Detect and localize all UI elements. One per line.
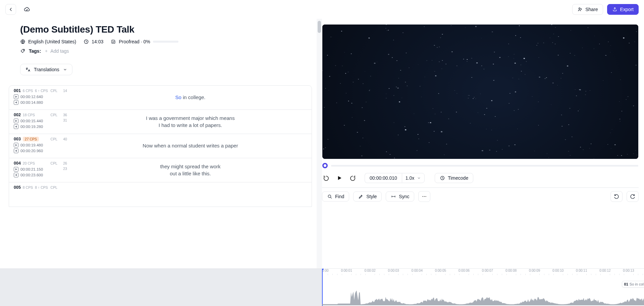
tags-label: Tags:	[29, 48, 41, 54]
arrow-left-icon	[8, 7, 13, 12]
timeline-left-gutter	[0, 269, 322, 306]
svg-point-0	[579, 8, 580, 9]
share-label: Share	[585, 7, 598, 12]
plus-icon	[44, 49, 48, 53]
editor-panel: (Demo Subtitles) TED Talk English (Unite…	[0, 19, 322, 306]
subtitle-index: 003	[14, 137, 21, 141]
tc-in[interactable]: 00:00:15.440	[14, 119, 57, 123]
redo-button[interactable]	[627, 191, 639, 202]
forward-icon	[350, 175, 356, 181]
language-chip[interactable]: English (United States)	[20, 39, 76, 44]
timeline-ruler: 0:00:000:00:010:00:020:00:030:00:040:00:…	[322, 269, 644, 279]
subtitle-row[interactable]: 00218 CPSCPL00:00:15.44000:00:19.2803631…	[9, 110, 312, 134]
add-tags-button[interactable]: Add tags	[44, 48, 69, 54]
subtitle-index: 004	[14, 161, 21, 166]
svg-point-8	[426, 196, 426, 197]
translations-button[interactable]: Translations	[20, 64, 72, 75]
tc-out[interactable]: 00:00:14.880	[14, 100, 57, 105]
tag-icon	[20, 48, 25, 54]
undo-button[interactable]	[610, 191, 623, 202]
play-icon	[336, 175, 343, 181]
subtitle-row[interactable]: 00327 CPSCPL00:00:19.48000:00:20.96040No…	[9, 134, 312, 158]
export-icon	[612, 7, 618, 12]
export-button[interactable]: Export	[607, 4, 639, 15]
proofread-chip[interactable]: Proofread · 0%	[111, 39, 178, 44]
tc-out[interactable]: 00:00:20.960	[14, 148, 57, 153]
style-button[interactable]: Style	[353, 191, 382, 202]
sync-button[interactable]: Sync	[386, 191, 414, 202]
find-button[interactable]: Find	[322, 191, 349, 202]
subtitle-text[interactable]	[69, 182, 312, 207]
scrub-track[interactable]	[331, 165, 638, 167]
scrub-handle[interactable]	[322, 163, 328, 168]
clock-icon	[84, 39, 89, 44]
subtitle-text[interactable]: Now when a normal student writes a paper	[69, 134, 312, 158]
tc-in[interactable]: 00:00:21.150	[14, 167, 57, 172]
player-controls: 00:00:00.010 1.0x Timecode	[322, 173, 638, 187]
forward-button[interactable]	[349, 174, 357, 182]
segment-chip[interactable]: 01So in col	[622, 281, 644, 288]
tool-row: Find Style Sync	[322, 188, 639, 205]
translate-icon	[25, 67, 31, 72]
svg-point-7	[424, 196, 425, 197]
more-button[interactable]	[418, 191, 430, 202]
undo-icon	[613, 193, 620, 200]
page-title: (Demo Subtitles) TED Talk	[20, 24, 302, 35]
speed-select[interactable]: 1.0x	[402, 173, 425, 183]
timeline[interactable]: 0:00:000:00:010:00:020:00:030:00:040:00:…	[0, 268, 644, 306]
cps-warning-badge: 27 CPS	[23, 137, 39, 141]
play-button[interactable]	[336, 174, 343, 182]
clock-icon	[440, 175, 445, 181]
topbar: Share Export	[0, 0, 644, 19]
svg-point-3	[23, 50, 24, 51]
back-button[interactable]	[5, 4, 16, 15]
subtitle-text[interactable]: I was a government major which meansI ha…	[69, 110, 312, 134]
globe-icon	[20, 39, 25, 44]
video-scrubber[interactable]	[322, 163, 638, 168]
sync-icon	[391, 194, 396, 199]
svg-point-5	[328, 195, 331, 198]
tc-out[interactable]: 00:00:23.600	[14, 173, 57, 177]
proofread-progress	[153, 41, 178, 43]
video-preview[interactable]	[322, 25, 638, 159]
chevron-down-icon	[63, 67, 67, 72]
timecode-mode-button[interactable]: Timecode	[435, 173, 473, 183]
tc-in[interactable]: 00:00:12.640	[14, 94, 57, 99]
tc-in[interactable]: 00:00:19.480	[14, 143, 57, 147]
waveform	[322, 282, 644, 306]
tags-row: Tags: Add tags	[20, 48, 302, 54]
duration-chip: 14:03	[84, 39, 103, 44]
subtitle-index: 001	[14, 88, 21, 93]
subtitle-text[interactable]: they might spread the workout a little l…	[69, 158, 312, 182]
svg-point-6	[423, 196, 423, 197]
cloud-check-icon	[24, 6, 30, 12]
meta-row: English (United States) 14:03 Proofread …	[20, 39, 302, 44]
timecode-input[interactable]: 00:00:00.010	[365, 173, 402, 183]
subtitle-index: 005	[14, 185, 21, 190]
subtitle-list: 0016 CPS6 ↑ CPSCPL00:00:12.64000:00:14.8…	[9, 85, 312, 207]
tc-out[interactable]: 00:00:19.280	[14, 124, 57, 129]
pencil-icon	[358, 194, 364, 199]
cloud-sync-button[interactable]	[21, 4, 32, 15]
dots-icon	[421, 193, 427, 200]
subtitle-row[interactable]: 0058 CPS8 ↑ CPSCPL	[9, 182, 312, 207]
rewind-icon	[323, 175, 329, 181]
export-label: Export	[620, 7, 634, 12]
search-icon	[327, 194, 332, 199]
preview-panel: 00:00:00.010 1.0x Timecode Find	[322, 19, 644, 306]
check-badge-icon	[111, 39, 116, 44]
subtitle-row[interactable]: 0016 CPS6 ↑ CPSCPL00:00:12.64000:00:14.8…	[9, 86, 312, 110]
rewind-button[interactable]	[322, 174, 330, 182]
subtitle-index: 002	[14, 113, 21, 117]
person-plus-icon	[577, 7, 583, 12]
subtitle-text[interactable]: So in college.	[69, 86, 312, 110]
subtitle-row[interactable]: 00420 CPSCPL00:00:21.15000:00:23.6002623…	[9, 158, 312, 182]
share-button[interactable]: Share	[572, 4, 603, 15]
chevron-down-icon	[417, 176, 421, 180]
redo-icon	[630, 193, 636, 200]
timeline-track[interactable]: 0:00:000:00:010:00:020:00:030:00:040:00:…	[322, 269, 644, 306]
